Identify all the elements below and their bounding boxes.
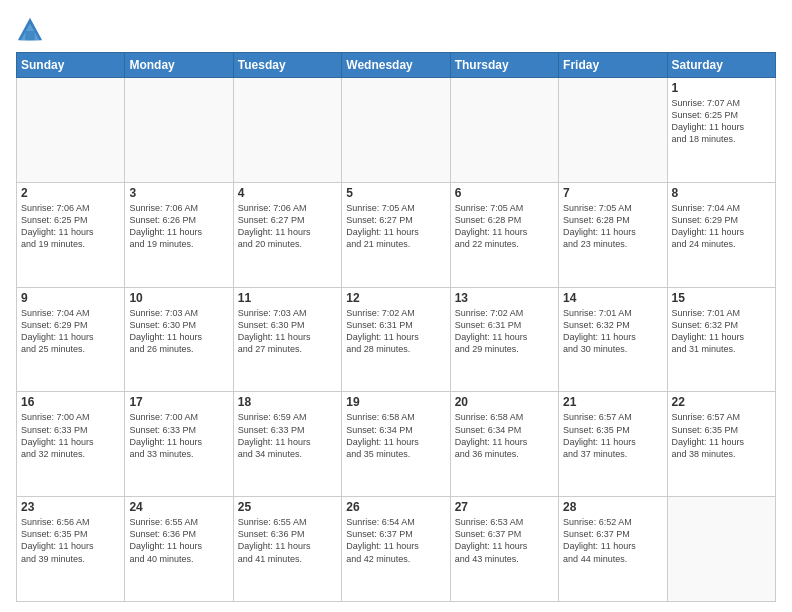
weekday-sunday: Sunday (17, 53, 125, 78)
week-row-4: 23Sunrise: 6:56 AM Sunset: 6:35 PM Dayli… (17, 497, 776, 602)
day-cell: 1Sunrise: 7:07 AM Sunset: 6:25 PM Daylig… (667, 78, 775, 183)
day-cell: 11Sunrise: 7:03 AM Sunset: 6:30 PM Dayli… (233, 287, 341, 392)
day-cell: 10Sunrise: 7:03 AM Sunset: 6:30 PM Dayli… (125, 287, 233, 392)
day-number: 22 (672, 395, 771, 409)
day-number: 16 (21, 395, 120, 409)
weekday-monday: Monday (125, 53, 233, 78)
day-number: 24 (129, 500, 228, 514)
day-info: Sunrise: 6:57 AM Sunset: 6:35 PM Dayligh… (672, 411, 771, 460)
day-info: Sunrise: 7:04 AM Sunset: 6:29 PM Dayligh… (21, 307, 120, 356)
day-number: 23 (21, 500, 120, 514)
day-cell: 7Sunrise: 7:05 AM Sunset: 6:28 PM Daylig… (559, 182, 667, 287)
day-info: Sunrise: 6:58 AM Sunset: 6:34 PM Dayligh… (455, 411, 554, 460)
day-info: Sunrise: 7:06 AM Sunset: 6:26 PM Dayligh… (129, 202, 228, 251)
day-number: 6 (455, 186, 554, 200)
day-number: 21 (563, 395, 662, 409)
svg-rect-2 (25, 31, 34, 40)
weekday-thursday: Thursday (450, 53, 558, 78)
day-cell: 12Sunrise: 7:02 AM Sunset: 6:31 PM Dayli… (342, 287, 450, 392)
day-info: Sunrise: 6:55 AM Sunset: 6:36 PM Dayligh… (129, 516, 228, 565)
day-info: Sunrise: 6:56 AM Sunset: 6:35 PM Dayligh… (21, 516, 120, 565)
day-cell: 8Sunrise: 7:04 AM Sunset: 6:29 PM Daylig… (667, 182, 775, 287)
day-info: Sunrise: 7:04 AM Sunset: 6:29 PM Dayligh… (672, 202, 771, 251)
day-info: Sunrise: 6:55 AM Sunset: 6:36 PM Dayligh… (238, 516, 337, 565)
day-info: Sunrise: 7:02 AM Sunset: 6:31 PM Dayligh… (455, 307, 554, 356)
day-cell: 9Sunrise: 7:04 AM Sunset: 6:29 PM Daylig… (17, 287, 125, 392)
day-cell: 3Sunrise: 7:06 AM Sunset: 6:26 PM Daylig… (125, 182, 233, 287)
day-cell: 25Sunrise: 6:55 AM Sunset: 6:36 PM Dayli… (233, 497, 341, 602)
day-number: 17 (129, 395, 228, 409)
day-info: Sunrise: 7:03 AM Sunset: 6:30 PM Dayligh… (238, 307, 337, 356)
day-info: Sunrise: 7:00 AM Sunset: 6:33 PM Dayligh… (129, 411, 228, 460)
day-cell: 16Sunrise: 7:00 AM Sunset: 6:33 PM Dayli… (17, 392, 125, 497)
day-info: Sunrise: 7:03 AM Sunset: 6:30 PM Dayligh… (129, 307, 228, 356)
day-number: 27 (455, 500, 554, 514)
day-cell (450, 78, 558, 183)
day-number: 18 (238, 395, 337, 409)
day-info: Sunrise: 6:58 AM Sunset: 6:34 PM Dayligh… (346, 411, 445, 460)
day-number: 15 (672, 291, 771, 305)
day-cell: 6Sunrise: 7:05 AM Sunset: 6:28 PM Daylig… (450, 182, 558, 287)
day-info: Sunrise: 7:05 AM Sunset: 6:28 PM Dayligh… (563, 202, 662, 251)
day-cell: 14Sunrise: 7:01 AM Sunset: 6:32 PM Dayli… (559, 287, 667, 392)
day-info: Sunrise: 6:54 AM Sunset: 6:37 PM Dayligh… (346, 516, 445, 565)
logo (16, 16, 48, 44)
day-cell: 27Sunrise: 6:53 AM Sunset: 6:37 PM Dayli… (450, 497, 558, 602)
week-row-0: 1Sunrise: 7:07 AM Sunset: 6:25 PM Daylig… (17, 78, 776, 183)
day-cell: 20Sunrise: 6:58 AM Sunset: 6:34 PM Dayli… (450, 392, 558, 497)
day-cell: 26Sunrise: 6:54 AM Sunset: 6:37 PM Dayli… (342, 497, 450, 602)
day-cell: 21Sunrise: 6:57 AM Sunset: 6:35 PM Dayli… (559, 392, 667, 497)
day-number: 13 (455, 291, 554, 305)
day-info: Sunrise: 7:06 AM Sunset: 6:27 PM Dayligh… (238, 202, 337, 251)
day-info: Sunrise: 6:52 AM Sunset: 6:37 PM Dayligh… (563, 516, 662, 565)
day-number: 25 (238, 500, 337, 514)
day-number: 5 (346, 186, 445, 200)
day-info: Sunrise: 7:01 AM Sunset: 6:32 PM Dayligh… (672, 307, 771, 356)
weekday-tuesday: Tuesday (233, 53, 341, 78)
week-row-1: 2Sunrise: 7:06 AM Sunset: 6:25 PM Daylig… (17, 182, 776, 287)
day-number: 4 (238, 186, 337, 200)
day-number: 20 (455, 395, 554, 409)
day-cell: 2Sunrise: 7:06 AM Sunset: 6:25 PM Daylig… (17, 182, 125, 287)
day-number: 11 (238, 291, 337, 305)
weekday-friday: Friday (559, 53, 667, 78)
day-cell: 18Sunrise: 6:59 AM Sunset: 6:33 PM Dayli… (233, 392, 341, 497)
logo-icon (16, 16, 44, 44)
week-row-3: 16Sunrise: 7:00 AM Sunset: 6:33 PM Dayli… (17, 392, 776, 497)
day-number: 19 (346, 395, 445, 409)
day-cell: 13Sunrise: 7:02 AM Sunset: 6:31 PM Dayli… (450, 287, 558, 392)
day-info: Sunrise: 7:07 AM Sunset: 6:25 PM Dayligh… (672, 97, 771, 146)
day-cell: 4Sunrise: 7:06 AM Sunset: 6:27 PM Daylig… (233, 182, 341, 287)
day-cell (559, 78, 667, 183)
day-cell: 17Sunrise: 7:00 AM Sunset: 6:33 PM Dayli… (125, 392, 233, 497)
day-cell (17, 78, 125, 183)
week-row-2: 9Sunrise: 7:04 AM Sunset: 6:29 PM Daylig… (17, 287, 776, 392)
day-number: 26 (346, 500, 445, 514)
day-cell (667, 497, 775, 602)
day-info: Sunrise: 7:02 AM Sunset: 6:31 PM Dayligh… (346, 307, 445, 356)
day-info: Sunrise: 6:59 AM Sunset: 6:33 PM Dayligh… (238, 411, 337, 460)
day-info: Sunrise: 7:05 AM Sunset: 6:28 PM Dayligh… (455, 202, 554, 251)
day-info: Sunrise: 7:01 AM Sunset: 6:32 PM Dayligh… (563, 307, 662, 356)
day-cell (342, 78, 450, 183)
day-info: Sunrise: 6:57 AM Sunset: 6:35 PM Dayligh… (563, 411, 662, 460)
day-number: 7 (563, 186, 662, 200)
day-info: Sunrise: 7:06 AM Sunset: 6:25 PM Dayligh… (21, 202, 120, 251)
day-number: 9 (21, 291, 120, 305)
day-cell (125, 78, 233, 183)
day-cell: 5Sunrise: 7:05 AM Sunset: 6:27 PM Daylig… (342, 182, 450, 287)
day-number: 3 (129, 186, 228, 200)
weekday-header-row: SundayMondayTuesdayWednesdayThursdayFrid… (17, 53, 776, 78)
day-info: Sunrise: 6:53 AM Sunset: 6:37 PM Dayligh… (455, 516, 554, 565)
page: SundayMondayTuesdayWednesdayThursdayFrid… (0, 0, 792, 612)
day-cell: 19Sunrise: 6:58 AM Sunset: 6:34 PM Dayli… (342, 392, 450, 497)
day-cell: 28Sunrise: 6:52 AM Sunset: 6:37 PM Dayli… (559, 497, 667, 602)
day-number: 2 (21, 186, 120, 200)
day-cell: 15Sunrise: 7:01 AM Sunset: 6:32 PM Dayli… (667, 287, 775, 392)
day-number: 12 (346, 291, 445, 305)
day-number: 10 (129, 291, 228, 305)
weekday-saturday: Saturday (667, 53, 775, 78)
calendar-table: SundayMondayTuesdayWednesdayThursdayFrid… (16, 52, 776, 602)
day-cell (233, 78, 341, 183)
day-info: Sunrise: 7:00 AM Sunset: 6:33 PM Dayligh… (21, 411, 120, 460)
